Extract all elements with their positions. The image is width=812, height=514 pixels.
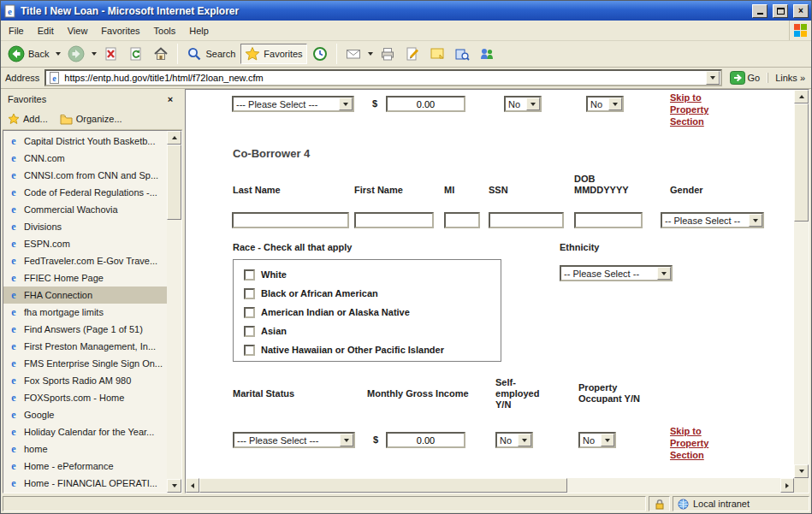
page-horizontal-scrollbar[interactable]: [186, 478, 794, 493]
ssn-input[interactable]: [489, 212, 564, 228]
race-option-native-hawaiian[interactable]: Native Hawaiian or Other Pacific Islande…: [244, 340, 501, 359]
favorite-item[interactable]: eFFIEC Home Page: [3, 269, 167, 287]
forward-dropdown[interactable]: [90, 50, 98, 57]
menu-edit[interactable]: Edit: [31, 21, 61, 40]
favorite-item-fha-connection[interactable]: eFHA Connection: [3, 287, 167, 304]
scroll-up-icon[interactable]: [794, 90, 809, 103]
menu-file[interactable]: File: [2, 21, 31, 40]
scrollbar-thumb[interactable]: [199, 478, 567, 493]
research-button[interactable]: [450, 44, 474, 64]
edit-button[interactable]: [400, 44, 424, 64]
mail-button[interactable]: [341, 44, 365, 64]
stop-button[interactable]: [99, 44, 123, 64]
favorites-close-icon[interactable]: ×: [163, 92, 177, 105]
mail-dropdown[interactable]: [366, 50, 375, 57]
menu-tools[interactable]: Tools: [147, 21, 183, 40]
occupant-select[interactable]: No: [578, 432, 616, 448]
back-dropdown[interactable]: [54, 50, 62, 57]
favorite-item[interactable]: eCNN.com: [3, 150, 167, 167]
address-input[interactable]: [64, 73, 702, 83]
menu-help[interactable]: Help: [182, 21, 216, 40]
favorites-button[interactable]: Favorites: [240, 44, 306, 64]
favorite-item[interactable]: eHome - ePeformance: [3, 458, 167, 475]
favorites-toolbar: Add... Organize...: [3, 109, 182, 130]
search-button[interactable]: Search: [182, 44, 240, 64]
favorites-organize-button[interactable]: Organize...: [60, 114, 122, 125]
checkbox-icon[interactable]: [244, 307, 255, 318]
messenger-button[interactable]: [475, 44, 499, 64]
favorite-item[interactable]: eFMS Enterprise Single Sign On...: [3, 355, 167, 372]
favorite-item[interactable]: eCapital District Youth Basketb...: [3, 133, 167, 150]
checkbox-icon[interactable]: [244, 288, 255, 299]
scrollbar-corner: [794, 478, 809, 493]
gender-select[interactable]: -- Please Select --: [661, 212, 764, 228]
favorite-item[interactable]: eDivisions: [3, 218, 167, 235]
go-button[interactable]: Go: [727, 70, 763, 86]
minimize-button[interactable]: [752, 4, 768, 18]
checkbox-icon[interactable]: [244, 326, 255, 337]
selfemployed-select-prev[interactable]: No: [504, 96, 542, 112]
checkbox-icon[interactable]: [244, 269, 255, 281]
address-field[interactable]: e: [44, 69, 721, 86]
ethnicity-select[interactable]: -- Please Select --: [560, 265, 673, 281]
back-button[interactable]: Back: [3, 43, 53, 65]
forward-button[interactable]: [63, 43, 89, 65]
favorites-add-button[interactable]: Add...: [8, 113, 48, 125]
skip-to-property-link[interactable]: Skip to Property Section: [670, 92, 725, 127]
race-option-american-indian[interactable]: American Indian or Alaska Native: [244, 303, 501, 322]
checkbox-icon[interactable]: [244, 345, 255, 356]
marital-status-select-prev[interactable]: --- Please Select ---: [232, 96, 354, 112]
favorites-scrollbar[interactable]: [167, 131, 181, 493]
selfemployed-select[interactable]: No: [495, 432, 533, 448]
titlebar[interactable]: e Title I New Loan - Microsoft Internet …: [1, 1, 811, 21]
scroll-up-icon[interactable]: [167, 131, 181, 145]
home-button[interactable]: [149, 44, 173, 64]
menu-favorites[interactable]: Favorites: [94, 21, 146, 40]
marital-status-label: Marital Status: [233, 388, 294, 399]
links-bar[interactable]: Links »: [768, 73, 807, 83]
address-label: Address: [5, 73, 39, 83]
scroll-right-icon[interactable]: [780, 478, 794, 493]
favorite-item[interactable]: eESPN.com: [3, 235, 167, 252]
scrollbar-thumb[interactable]: [794, 103, 809, 222]
occupant-select-prev[interactable]: No: [586, 96, 624, 112]
favorite-item[interactable]: eCode of Federal Regulations -...: [3, 184, 167, 201]
last-name-input[interactable]: [232, 212, 349, 228]
mi-input[interactable]: [444, 212, 480, 228]
history-button[interactable]: [308, 44, 332, 64]
maximize-button[interactable]: [773, 4, 788, 18]
refresh-button[interactable]: [124, 44, 148, 64]
scroll-down-icon[interactable]: [167, 479, 181, 493]
scroll-left-icon[interactable]: [186, 478, 199, 493]
address-dropdown[interactable]: [706, 71, 720, 85]
menu-view[interactable]: View: [61, 21, 95, 40]
favorite-item[interactable]: eCommercial Wachovia: [3, 201, 167, 218]
monthly-income-input-prev[interactable]: [386, 96, 465, 112]
scrollbar-thumb[interactable]: [167, 145, 181, 220]
favorite-item[interactable]: eCNNSI.com from CNN and Sp...: [3, 167, 167, 184]
race-option-black[interactable]: Black or African American: [244, 284, 501, 303]
scroll-down-icon[interactable]: [794, 464, 809, 478]
favorite-item[interactable]: eFind Answers (Page 1 of 51): [3, 321, 167, 338]
page-vertical-scrollbar[interactable]: [794, 90, 809, 478]
marital-status-select[interactable]: --- Please Select ---: [233, 432, 355, 448]
race-option-asian[interactable]: Asian: [244, 322, 501, 340]
monthly-income-input[interactable]: [386, 432, 465, 448]
favorite-item[interactable]: eFox Sports Radio AM 980: [3, 372, 167, 389]
favorite-item[interactable]: ehome: [3, 440, 167, 458]
favorite-item[interactable]: eGoogle: [3, 406, 167, 423]
print-button[interactable]: [376, 44, 400, 64]
favorite-item[interactable]: eFOXSports.com - Home: [3, 389, 167, 406]
race-option-white[interactable]: White: [244, 265, 501, 284]
discuss-button[interactable]: [425, 44, 449, 64]
favorite-item[interactable]: eFedTraveler.com E-Gov Trave...: [3, 252, 167, 269]
gender-label: Gender: [670, 185, 703, 196]
dob-input[interactable]: [574, 212, 643, 228]
close-button[interactable]: ×: [793, 4, 809, 18]
favorite-item[interactable]: eHoliday Calendar for the Year...: [3, 423, 167, 440]
favorite-item[interactable]: eHome - FINANCIAL OPERATI...: [3, 475, 167, 492]
first-name-input[interactable]: [354, 212, 434, 228]
skip-to-property-link-bottom[interactable]: Skip to Property Section: [670, 425, 725, 461]
favorite-item[interactable]: eFirst Preston Management, In...: [3, 338, 167, 355]
favorite-item[interactable]: efha mortgage limits: [3, 304, 167, 321]
